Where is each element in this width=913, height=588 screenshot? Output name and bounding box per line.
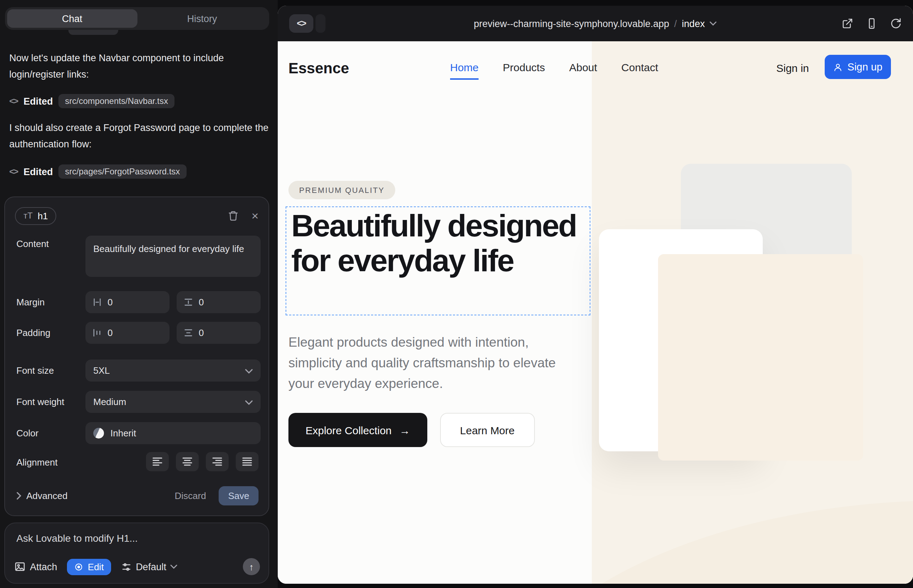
preview-url: preview--charming-site-symphony.lovable.… <box>474 18 669 29</box>
hero-cta-row: Explore Collection → Learn More <box>288 413 534 447</box>
padding-label: Padding <box>16 328 50 338</box>
chevron-down-icon <box>710 21 717 26</box>
learn-more-button[interactable]: Learn More <box>440 413 534 447</box>
editor-header: тT h1 × <box>15 206 259 226</box>
nav-link-contact[interactable]: Contact <box>622 61 658 80</box>
file-chip-navbar[interactable]: src/components/Navbar.tsx <box>59 94 175 108</box>
editor-footer: Advanced Discard Save <box>16 485 259 506</box>
url-bar[interactable]: preview--charming-site-symphony.lovable.… <box>474 18 717 29</box>
color-swatch <box>93 428 104 438</box>
chevron-down-icon <box>245 400 253 405</box>
send-button[interactable]: ↑ <box>243 558 260 575</box>
hero-description: Elegant products designed with intention… <box>288 332 576 394</box>
save-button[interactable]: Save <box>219 486 259 505</box>
selected-element-badge[interactable]: тT h1 <box>15 207 57 225</box>
chat-message: I should also create a Forgot Password p… <box>9 120 269 152</box>
chat-panel: Chat History Now let's update the Navbar… <box>0 0 278 588</box>
app-root: Chat History Now let's update the Navbar… <box>0 0 913 588</box>
image-icon <box>14 561 26 572</box>
edited-label: Edited <box>24 96 53 107</box>
sign-in-link[interactable]: Sign in <box>776 62 809 74</box>
margin-vertical-input[interactable]: 0 <box>176 291 261 313</box>
font-size-label: Font size <box>16 365 54 376</box>
font-size-select[interactable]: 5XL <box>86 360 261 381</box>
align-left-button[interactable] <box>146 452 169 471</box>
margin-vertical-icon <box>184 297 193 307</box>
default-model-button[interactable]: Default <box>121 561 178 572</box>
close-icon[interactable]: × <box>251 210 259 222</box>
content-input[interactable]: Beautifully designed for everyday life <box>86 236 261 277</box>
site-navbar: Essence Home Products About Contact Sign… <box>278 41 913 95</box>
align-justify-button[interactable] <box>236 452 259 471</box>
explore-collection-button[interactable]: Explore Collection → <box>288 413 427 447</box>
padding-vertical-icon <box>184 328 193 338</box>
chevron-down-icon <box>170 564 178 569</box>
panel-collapse-button[interactable] <box>316 14 325 33</box>
nav-links: Home Products About Contact <box>450 61 658 80</box>
chat-message: Now let's update the Navbar component to… <box>9 50 269 82</box>
url-separator: / <box>674 18 677 29</box>
composer-toolbar: Attach Edit Default ↑ <box>14 557 260 576</box>
tab-chat[interactable]: Chat <box>7 9 137 28</box>
site-preview: Essence Home Products About Contact Sign… <box>278 41 913 584</box>
arrow-right-icon: → <box>400 424 410 436</box>
align-center-icon <box>182 457 192 466</box>
align-center-button[interactable] <box>176 452 199 471</box>
premium-quality-badge: PREMIUM QUALITY <box>288 181 395 199</box>
code-icon: <> <box>9 166 18 176</box>
font-weight-select[interactable]: Medium <box>86 391 261 413</box>
tab-history[interactable]: History <box>137 9 267 28</box>
align-left-icon <box>152 457 162 466</box>
attach-button[interactable]: Attach <box>14 561 57 572</box>
code-icon: <> <box>9 96 18 106</box>
chrome-actions <box>842 18 902 29</box>
sign-up-button[interactable]: Sign up <box>825 55 891 79</box>
element-editor-panel: тT h1 × Content Beautifully designed for… <box>4 197 269 516</box>
nav-link-about[interactable]: About <box>569 61 597 80</box>
nav-link-products[interactable]: Products <box>503 61 545 80</box>
user-icon <box>833 62 842 71</box>
nav-link-home[interactable]: Home <box>450 61 479 80</box>
alignment-buttons <box>146 452 259 471</box>
color-select[interactable]: Inherit <box>86 422 261 444</box>
composer: Ask Lovable to modify H1... Attach Edit … <box>4 522 269 584</box>
trash-icon[interactable] <box>228 210 239 221</box>
selection-outline: Beautifully designed for everyday life <box>286 207 590 315</box>
edit-mode-button[interactable]: Edit <box>67 559 111 575</box>
element-tag: h1 <box>38 210 48 221</box>
panel-tabs: Chat History <box>5 7 269 30</box>
chevron-down-icon <box>245 369 253 374</box>
edited-file-row: <> Edited src/components/Navbar.tsx <box>9 93 175 109</box>
site-logo[interactable]: Essence <box>288 60 349 77</box>
align-right-button[interactable] <box>206 452 228 471</box>
arrow-up-icon: ↑ <box>249 561 254 572</box>
composer-input[interactable]: Ask Lovable to modify H1... <box>16 533 138 544</box>
hero-headline[interactable]: Beautifully designed for everyday life <box>286 207 590 278</box>
open-external-icon[interactable] <box>842 18 853 29</box>
sliders-icon <box>121 561 131 572</box>
edit-target-icon <box>74 562 84 571</box>
refresh-icon[interactable] <box>890 18 902 29</box>
content-label: Content <box>16 239 49 249</box>
mobile-view-icon[interactable] <box>866 18 877 29</box>
align-justify-icon <box>242 457 252 466</box>
advanced-toggle[interactable]: Advanced <box>16 490 68 501</box>
margin-horizontal-input[interactable]: 0 <box>86 291 170 313</box>
file-chip-forgot-password[interactable]: src/pages/ForgotPassword.tsx <box>59 165 186 179</box>
typography-icon: тT <box>24 211 33 221</box>
padding-horizontal-input[interactable]: 0 <box>86 322 170 344</box>
discard-button[interactable]: Discard <box>175 490 206 501</box>
color-label: Color <box>16 428 39 438</box>
margin-label: Margin <box>16 297 45 307</box>
margin-horizontal-icon <box>92 297 102 307</box>
font-weight-label: Font weight <box>16 396 64 407</box>
alignment-label: Alignment <box>16 457 58 468</box>
padding-vertical-input[interactable]: 0 <box>176 322 261 344</box>
code-view-toggle[interactable]: <> <box>289 14 313 33</box>
padding-horizontal-icon <box>92 328 102 338</box>
edited-label: Edited <box>24 166 53 177</box>
decor-cream-card <box>658 254 863 460</box>
url-page: index <box>682 18 705 29</box>
chevron-right-icon <box>16 491 21 499</box>
align-right-icon <box>212 457 222 466</box>
